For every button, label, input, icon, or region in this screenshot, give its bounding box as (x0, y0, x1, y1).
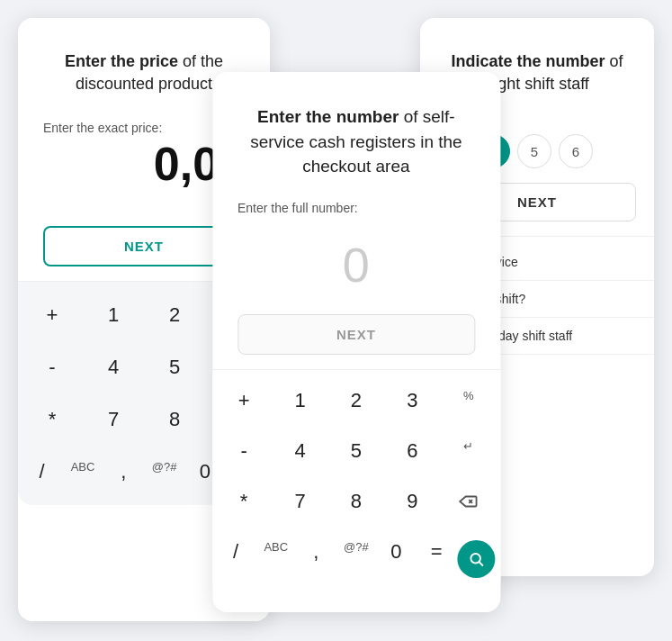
center-key-1[interactable]: 1 (272, 376, 327, 425)
center-key-return[interactable]: ↵ (441, 427, 497, 475)
center-key-minus[interactable]: - (216, 427, 272, 475)
backspace-icon (459, 492, 479, 511)
center-key-5[interactable]: 5 (328, 427, 384, 475)
center-key-special[interactable]: @?# (336, 528, 377, 591)
center-next-button[interactable]: NEXT (237, 314, 475, 355)
center-kb-row-1: + 1 2 3 % (212, 375, 500, 426)
price-key-abc[interactable]: ABC (62, 447, 103, 496)
center-card: Enter the number of self-service cash re… (212, 72, 500, 612)
center-key-0[interactable]: 0 (376, 528, 417, 591)
center-kb-row-4: / ABC , @?# 0 = (212, 527, 500, 591)
center-key-abc[interactable]: ABC (255, 528, 296, 591)
center-kb-row-2: - 4 5 6 ↵ (212, 426, 500, 476)
price-key-1[interactable]: 1 (83, 291, 144, 339)
price-key-divide[interactable]: / (22, 447, 62, 496)
center-title-bold: Enter the number (257, 107, 399, 126)
center-key-3[interactable]: 3 (384, 376, 440, 425)
center-key-8[interactable]: 8 (328, 477, 384, 526)
center-key-2[interactable]: 2 (328, 376, 384, 425)
center-key-7[interactable]: 7 (272, 477, 327, 526)
center-key-9[interactable]: 9 (384, 477, 440, 526)
center-key-backspace[interactable] (441, 477, 497, 526)
price-key-special[interactable]: @?# (144, 447, 184, 496)
price-key-8[interactable]: 8 (144, 395, 205, 444)
center-key-comma[interactable]: , (296, 528, 336, 591)
svg-point-2 (471, 554, 481, 564)
price-title-bold: Enter the price (65, 52, 178, 70)
search-svg (469, 551, 485, 567)
price-key-5[interactable]: 5 (144, 343, 205, 392)
center-key-multiply[interactable]: * (216, 477, 272, 526)
center-keyboard: + 1 2 3 % - 4 5 6 ↵ * 7 8 9 (212, 370, 500, 597)
price-key-4[interactable]: 4 (83, 343, 144, 392)
center-input-display: 0 (212, 219, 500, 314)
price-key-2[interactable]: 2 (144, 291, 205, 339)
price-key-plus[interactable]: + (22, 291, 83, 339)
center-key-divide[interactable]: / (216, 528, 256, 591)
price-key-7[interactable]: 7 (83, 395, 144, 444)
center-card-title: Enter the number of self-service cash re… (212, 72, 500, 186)
center-kb-row-3: * 7 8 9 (212, 476, 500, 527)
svg-line-3 (479, 562, 483, 565)
center-key-6[interactable]: 6 (384, 427, 440, 475)
search-icon[interactable] (458, 540, 496, 578)
price-key-minus[interactable]: - (22, 343, 83, 392)
night-title-bold: Indicate the number (451, 52, 605, 70)
center-subtitle: Enter the full number: (212, 186, 500, 219)
price-key-comma[interactable]: , (103, 447, 144, 496)
center-key-search[interactable] (456, 528, 497, 591)
night-num-6[interactable]: 6 (559, 134, 593, 168)
center-key-4[interactable]: 4 (272, 427, 327, 475)
night-num-5[interactable]: 5 (517, 134, 551, 168)
center-key-equals[interactable]: = (417, 528, 457, 591)
center-key-plus[interactable]: + (216, 376, 272, 425)
center-key-percent[interactable]: % (441, 376, 497, 425)
price-key-multiply[interactable]: * (22, 395, 83, 444)
